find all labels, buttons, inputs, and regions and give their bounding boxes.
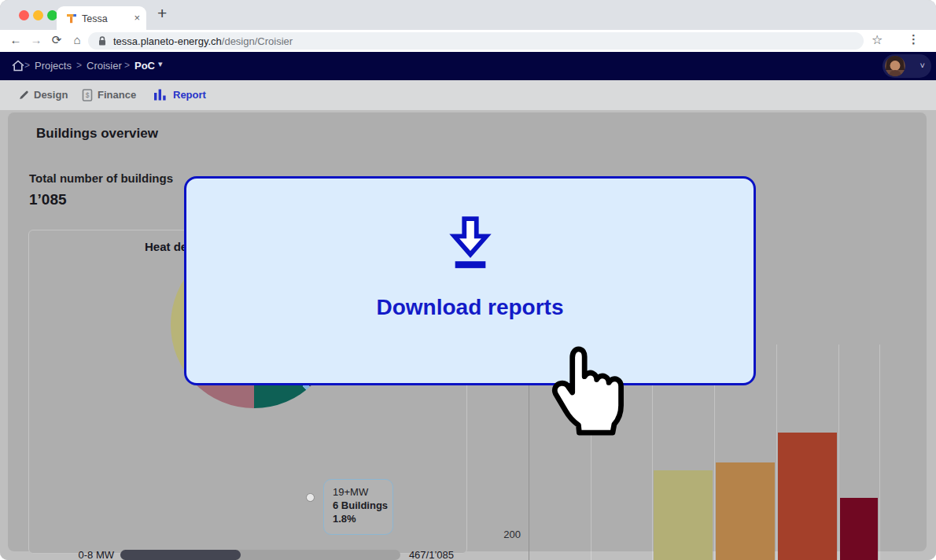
tessa-favicon-icon [66,13,77,24]
svg-text:$: $ [86,91,90,99]
app-tabbar: Design $ Finance Report [0,80,936,110]
histogram-gridline [838,344,839,560]
breadcrumb-poc-dropdown[interactable]: PoC [135,60,155,72]
tab-title: Tessa [82,13,108,24]
breadcrumb-separator: > [76,60,82,71]
distribution-row: 0-8 MW 467/1’085 [29,549,466,560]
distribution-row-fill [120,550,241,560]
browser-tab-strip: Tessa × + [0,0,936,30]
histogram-bar [716,462,775,560]
total-buildings-value: 1’085 [29,191,67,208]
tab-report[interactable]: Report [173,89,206,101]
app-home-icon[interactable] [11,59,25,72]
bar-chart-icon [154,89,167,101]
total-buildings-label: Total number of buildings [29,171,173,185]
pencil-icon [18,89,30,101]
bookmark-star-icon[interactable]: ☆ [872,32,883,47]
breadcrumb-separator: > [24,60,30,71]
histogram-y-tick: 200 [489,529,521,540]
pointer-hand-cursor-icon [546,346,631,437]
breadcrumb-separator: > [124,60,130,71]
histogram-gridline [879,344,880,560]
browser-home-icon[interactable]: ⌂ [69,33,85,46]
histogram-bar [654,470,713,560]
tooltip-count: 6 Buildings [333,499,392,512]
new-tab-button[interactable]: + [157,4,167,23]
back-icon[interactable]: ← [8,33,24,46]
histogram-gridline [776,344,777,560]
download-reports-button[interactable]: Download reports [184,176,756,385]
chevron-down-icon: ˅ [920,61,925,70]
tooltip-percent: 1.8% [333,512,392,525]
histogram-bar [840,498,878,560]
browser-toolbar: ← → ⟳ ⌂ tessa.planeto-energy.ch/design/C… [0,30,936,52]
close-window-icon[interactable] [19,10,29,20]
reload-icon[interactable]: ⟳ [49,33,64,47]
distribution-row-value: 467/1’085 [386,549,454,560]
pie-tooltip: 19+MW 6 Buildings 1.8% [323,479,393,535]
url-text: tessa.planeto-energy.ch/design/Croisier [113,35,293,47]
tab-design[interactable]: Design [34,89,68,101]
heat-demand-card-title: Heat de [145,240,187,253]
download-icon [448,215,493,271]
avatar [885,56,905,76]
page-title: Buildings overview [36,126,158,142]
breadcrumb-projects[interactable]: Projects [35,60,72,72]
pie-slice-marker [306,493,315,502]
forward-icon[interactable]: → [28,33,44,46]
distribution-row-track [120,550,400,560]
tab-finance[interactable]: Finance [98,89,136,101]
browser-tab[interactable]: Tessa × [57,6,146,30]
tooltip-category: 19+MW [333,485,392,499]
lock-icon [98,35,107,46]
download-reports-label: Download reports [186,295,754,320]
breadcrumb-croisier[interactable]: Croisier [87,60,122,72]
app-navbar: > Projects > Croisier > PoC ▾ ˅ [0,52,936,80]
histogram-bar [778,433,837,560]
browser-window: Tessa × + ← → ⟳ ⌂ tessa.planeto-energy.c… [0,0,936,560]
url-host: tessa.planeto-energy.ch [113,35,222,47]
caret-down-icon: ▾ [158,59,163,69]
minimize-window-icon[interactable] [33,10,43,20]
user-menu[interactable]: ˅ [883,54,931,78]
browser-menu-icon[interactable]: ⋮ [908,32,919,46]
tab-close-icon[interactable]: × [134,12,140,24]
finance-doc-icon: $ [82,89,93,101]
url-path: /design/Croisier [222,35,293,47]
distribution-row-label: 0-8 MW [29,549,114,560]
address-bar[interactable]: tessa.planeto-energy.ch/design/Croisier [88,32,864,50]
